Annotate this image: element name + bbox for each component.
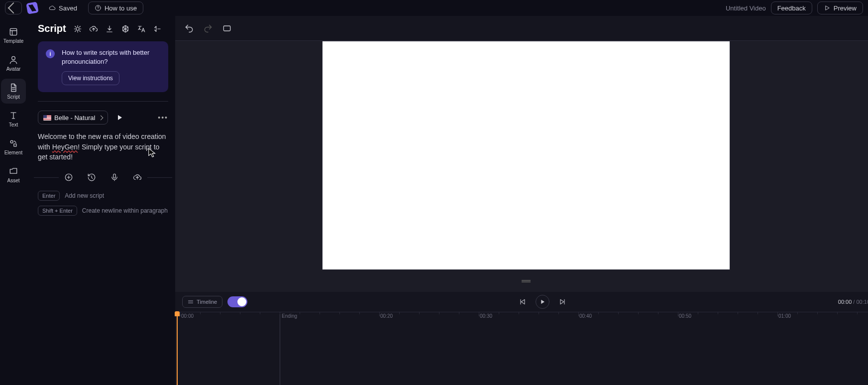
template-icon (8, 27, 18, 37)
how-to-use-label: How to use (105, 4, 137, 12)
feedback-button[interactable]: Feedback (771, 1, 812, 14)
divider (38, 101, 168, 102)
rail-template[interactable]: Template (1, 23, 26, 48)
svg-rect-5 (14, 144, 16, 146)
time-ruler: 00:00 00:10 00:20 00:30 00:40 00:50 01:0… (175, 312, 868, 323)
arrow-back-icon (8, 2, 19, 14)
download-icon[interactable] (105, 24, 114, 33)
info-icon: i (46, 49, 55, 58)
rail-label: Script (7, 94, 20, 100)
voice-name: Belle - Natural (54, 114, 95, 122)
tip-button-label: View instructions (68, 75, 113, 82)
time-total: 00:10 (856, 299, 868, 305)
timeline-icon (188, 299, 194, 305)
redo-button[interactable] (203, 23, 213, 33)
openai-icon[interactable] (121, 24, 130, 33)
avatar-icon (8, 55, 18, 65)
rail-label: Element (4, 150, 23, 155)
project-title[interactable]: Untitled Video (726, 4, 766, 12)
microphone-icon[interactable] (110, 173, 119, 182)
time-current: 00:00 (838, 299, 852, 305)
feedback-label: Feedback (777, 4, 806, 12)
link-toggle[interactable] (227, 296, 247, 307)
nav-rail: Template Avatar Script Text Element Asse… (0, 16, 27, 385)
drag-handle-icon (522, 280, 531, 282)
timeline-tracks[interactable]: Ending 00:00 00:10 00:20 00:30 00:40 00:… (175, 312, 868, 385)
how-to-use-button[interactable]: How to use (88, 1, 143, 14)
svg-rect-9 (223, 26, 230, 31)
saved-label: Saved (59, 4, 77, 12)
script-text-spell: HeyGen (52, 143, 78, 151)
preview-button[interactable]: Preview (817, 1, 863, 14)
editor-area: Timeline 00:00 / 00:10 (175, 16, 868, 385)
script-icon (8, 83, 18, 93)
play-timeline-button[interactable] (536, 295, 549, 309)
rail-label: Template (3, 38, 24, 44)
translate-icon[interactable] (137, 24, 146, 33)
element-icon (8, 138, 18, 148)
video-canvas[interactable] (322, 41, 730, 270)
expand-icon[interactable] (153, 24, 162, 33)
back-button[interactable] (5, 1, 22, 14)
rail-script[interactable]: Script (1, 79, 26, 104)
help-icon (95, 4, 102, 11)
canvas-area[interactable] (175, 41, 868, 270)
preview-label: Preview (834, 4, 857, 12)
svg-rect-8 (113, 174, 116, 178)
rail-label: Avatar (6, 66, 21, 72)
skip-forward-button[interactable] (558, 298, 566, 306)
svg-marker-10 (542, 300, 544, 304)
asset-icon (8, 166, 18, 176)
panel-title: Script (38, 23, 66, 34)
upload-audio-icon[interactable] (133, 173, 142, 182)
script-textarea[interactable]: Welcome to the new era of video creation… (38, 131, 168, 162)
chevron-right-icon (99, 115, 104, 120)
play-icon (540, 299, 545, 304)
hint-enter: Enter Add new script (38, 191, 168, 201)
kbd-shift-enter: Shift + Enter (38, 206, 77, 216)
rail-label: Asset (7, 178, 19, 183)
hint-shift-label: Create newline within paragraph (82, 207, 168, 214)
rail-asset[interactable]: Asset (1, 162, 26, 187)
svg-marker-1 (826, 6, 829, 10)
timeline-chip[interactable]: Timeline (182, 296, 222, 308)
saved-indicator: Saved (43, 1, 83, 14)
ai-suggest-icon[interactable] (73, 24, 82, 33)
timeline-chip-label: Timeline (197, 299, 217, 305)
kbd-enter: Enter (38, 191, 60, 201)
play-voice-button[interactable] (118, 115, 122, 120)
timeline-time: 00:00 / 00:10 (838, 299, 868, 305)
topbar: Saved How to use Untitled Video Feedback… (0, 0, 868, 16)
cloud-saved-icon (49, 4, 56, 11)
rail-text[interactable]: Text (1, 107, 26, 131)
editor-toolbar (175, 16, 868, 41)
svg-point-3 (12, 56, 15, 60)
vertical-splitter[interactable] (175, 270, 868, 292)
rail-element[interactable]: Element (1, 134, 26, 159)
hint-enter-label: Add new script (65, 192, 104, 199)
hint-shift-enter: Shift + Enter Create newline within para… (38, 206, 168, 216)
tip-card: i How to write scripts with better prono… (38, 41, 168, 92)
app-logo-icon (26, 1, 38, 14)
svg-point-4 (10, 140, 13, 143)
rail-avatar[interactable]: Avatar (1, 51, 26, 76)
link-icon (238, 298, 245, 305)
tip-title: How to write scripts with better pronoun… (62, 48, 160, 66)
undo-button[interactable] (184, 23, 194, 33)
timeline-panel: Timeline 00:00 / 00:10 (175, 292, 868, 385)
script-panel: Script i How to write scripts with bette… (27, 16, 175, 385)
skip-back-button[interactable] (519, 298, 527, 306)
voice-more-menu[interactable]: ••• (158, 114, 168, 122)
voice-selector[interactable]: Belle - Natural (38, 111, 108, 125)
svg-rect-2 (10, 28, 16, 35)
history-icon[interactable] (87, 173, 96, 182)
add-script-icon[interactable] (64, 173, 73, 182)
text-icon (8, 111, 18, 121)
play-icon (824, 4, 831, 11)
upload-icon[interactable] (89, 24, 98, 33)
flag-us-icon (43, 115, 51, 121)
aspect-ratio-button[interactable] (222, 23, 232, 33)
rail-label: Text (9, 122, 18, 128)
svg-point-6 (76, 27, 79, 30)
view-instructions-button[interactable]: View instructions (62, 71, 119, 85)
